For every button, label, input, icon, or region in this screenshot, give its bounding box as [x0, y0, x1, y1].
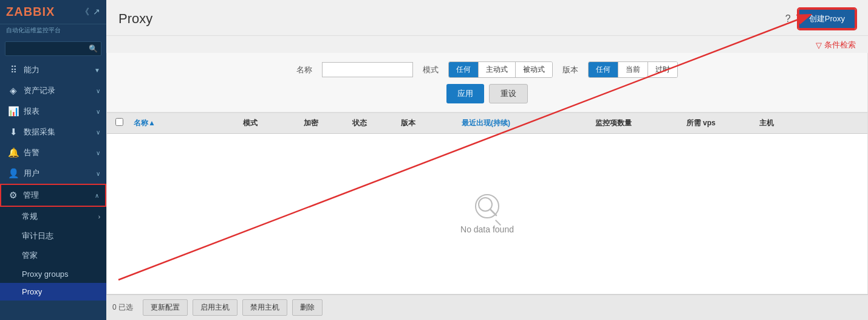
assets-icon: ◈ [8, 85, 19, 96]
mode-passive-btn[interactable]: 被动式 [516, 62, 552, 77]
select-all-checkbox[interactable] [115, 118, 123, 126]
chevron-icon: ∨ [96, 88, 100, 94]
sidebar-item-users[interactable]: 👤 用户 ∨ [0, 163, 106, 184]
sidebar-item-label: 数据采集 [24, 127, 91, 137]
th-version: 版本 [398, 118, 459, 128]
sidebar-item-proxy-groups[interactable]: Proxy groups [0, 265, 106, 283]
sidebar-item-label: 用户 [24, 168, 91, 179]
filter-form: 名称 模式 任何 主动式 被动式 版本 任何 当前 过时 应用 重设 [106, 53, 868, 113]
sidebar-header: ZABBIX 《 ↗ [0, 0, 106, 24]
header-right: ? 创建Proxy [785, 9, 856, 29]
create-proxy-button[interactable]: 创建Proxy [798, 9, 856, 29]
sidebar-item-reports[interactable]: 📊 报表 ∨ [0, 101, 106, 122]
expand-icon[interactable]: ↗ [93, 7, 100, 18]
update-config-button[interactable]: 更新配置 [143, 299, 188, 316]
enable-host-button[interactable]: 启用主机 [193, 299, 238, 316]
version-any-btn[interactable]: 任何 [589, 62, 618, 77]
sidebar-item-audit-log[interactable]: 审计日志 [0, 226, 106, 246]
mode-field-label: 模式 [423, 64, 439, 75]
proxy-label: Proxy [22, 287, 42, 296]
sidebar-item-datacollect[interactable]: ⬇ 数据采集 ∨ [0, 122, 106, 142]
alerts-icon: 🔔 [8, 147, 19, 158]
chevron-icon: ∨ [96, 170, 100, 177]
apply-filter-button[interactable]: 应用 [446, 84, 484, 103]
search-icon: 🔍 [89, 44, 98, 53]
th-encrypt: 加密 [301, 118, 350, 128]
th-status: 状态 [350, 118, 398, 128]
sidebar-item-assets[interactable]: ◈ 资产记录 ∨ [0, 80, 106, 101]
chevron-icon: ∨ [96, 150, 100, 156]
management-icon: ⚙ [7, 190, 18, 201]
sidebar-item-label: 告警 [24, 147, 91, 158]
version-toggle-group: 任何 当前 过时 [588, 61, 678, 78]
general-label: 常规 [22, 211, 38, 222]
filter-toggle[interactable]: ▽ 条件检索 [816, 40, 856, 50]
mode-active-btn[interactable]: 主动式 [479, 62, 516, 77]
mode-toggle-group: 任何 主动式 被动式 [448, 61, 553, 78]
filter-actions: 应用 重设 [446, 84, 528, 103]
th-checkbox [113, 118, 131, 128]
svg-line-3 [490, 209, 496, 215]
sidebar-item-label: 资产记录 [24, 85, 91, 96]
version-field-label: 版本 [562, 64, 578, 75]
bottom-bar: 0 已选 更新配置 启用主机 禁用主机 删除 [106, 294, 868, 320]
search-input[interactable] [5, 41, 101, 56]
chevron-icon: ∨ [96, 129, 100, 136]
management-subnav: 常规 › 审计日志 管家 Proxy groups Proxy [0, 207, 106, 301]
sidebar-subtitle: 自动化运维监控平台 [0, 24, 106, 38]
datacollect-icon: ⬇ [8, 127, 19, 137]
sidebar-item-power[interactable]: ⠿ 能力 ▼ [0, 60, 106, 80]
housekeeper-label: 管家 [22, 250, 38, 261]
sidebar-item-general[interactable]: 常规 › [0, 207, 106, 226]
filter-label-text: 条件检索 [824, 40, 856, 50]
no-data-icon [475, 194, 499, 218]
zabbix-logo: ZABBIX [6, 5, 55, 19]
main-header: Proxy ? 创建Proxy [106, 0, 868, 36]
power-icon: ⠿ [8, 64, 19, 75]
table-header: 名称▲ 模式 加密 状态 版本 最近出现(持续) 监控项数量 所需 vps 主机 [107, 113, 867, 134]
version-current-btn[interactable]: 当前 [618, 62, 648, 77]
main-content: Proxy ? 创建Proxy ▽ 条件检索 名称 模式 任何 主动式 被动式 … [106, 0, 868, 320]
chevron-icon: ∨ [96, 108, 100, 115]
nav-section: ⠿ 能力 ▼ ◈ 资产记录 ∨ 📊 报表 ∨ ⬇ 数据采集 ∨ 🔔 告警 ∨ 👤… [0, 60, 106, 301]
reset-filter-button[interactable]: 重设 [489, 84, 528, 103]
help-icon[interactable]: ? [785, 13, 791, 24]
filter-row-1: 名称 模式 任何 主动式 被动式 版本 任何 当前 过时 [296, 61, 678, 78]
name-filter-input[interactable] [322, 62, 413, 77]
collapse-icon[interactable]: 《 [81, 7, 89, 18]
filter-bar: ▽ 条件检索 [106, 36, 868, 53]
sidebar-item-alerts[interactable]: 🔔 告警 ∨ [0, 142, 106, 163]
selected-count: 0 已选 [112, 302, 133, 313]
sidebar-item-label: 能力 [24, 64, 89, 75]
no-data-text: No data found [460, 224, 514, 234]
filter-icon: ▽ [816, 41, 822, 50]
proxy-groups-label: Proxy groups [22, 270, 69, 279]
sidebar: ZABBIX 《 ↗ 自动化运维监控平台 🔍 ⠿ 能力 ▼ ◈ 资产记录 ∨ 📊… [0, 0, 106, 320]
sidebar-item-management[interactable]: ⚙ 管理 ∧ [0, 184, 106, 207]
auditlog-label: 审计日志 [22, 231, 53, 242]
disable-host-button[interactable]: 禁用主机 [242, 299, 287, 316]
delete-button[interactable]: 删除 [292, 299, 323, 316]
reports-icon: 📊 [8, 106, 19, 117]
th-name[interactable]: 名称▲ [131, 118, 241, 128]
sidebar-search-area: 🔍 [0, 38, 106, 60]
sidebar-item-label: 报表 [24, 106, 91, 117]
mode-any-btn[interactable]: 任何 [449, 62, 479, 77]
page-title: Proxy [118, 11, 152, 27]
data-table: 名称▲ 模式 加密 状态 版本 最近出现(持续) 监控项数量 所需 vps 主机… [106, 113, 868, 294]
th-mode: 模式 [241, 118, 301, 128]
chevron-icon: ▼ [94, 67, 100, 74]
sidebar-item-proxy[interactable]: Proxy [0, 283, 106, 301]
sidebar-header-icons: 《 ↗ [81, 7, 100, 18]
no-data-area: No data found [107, 134, 867, 294]
version-outdated-btn[interactable]: 过时 [648, 62, 677, 77]
th-monitor-count: 监控项数量 [593, 118, 684, 128]
chevron-right-icon: › [98, 214, 100, 220]
users-icon: 👤 [8, 168, 19, 179]
name-field-label: 名称 [296, 64, 312, 75]
sidebar-item-label: 管理 [23, 190, 90, 201]
sidebar-item-housekeeper[interactable]: 管家 [0, 246, 106, 265]
th-last-seen[interactable]: 最近出现(持续) [459, 118, 593, 128]
chevron-up-icon: ∧ [95, 192, 99, 199]
th-host: 主机 [757, 118, 861, 128]
